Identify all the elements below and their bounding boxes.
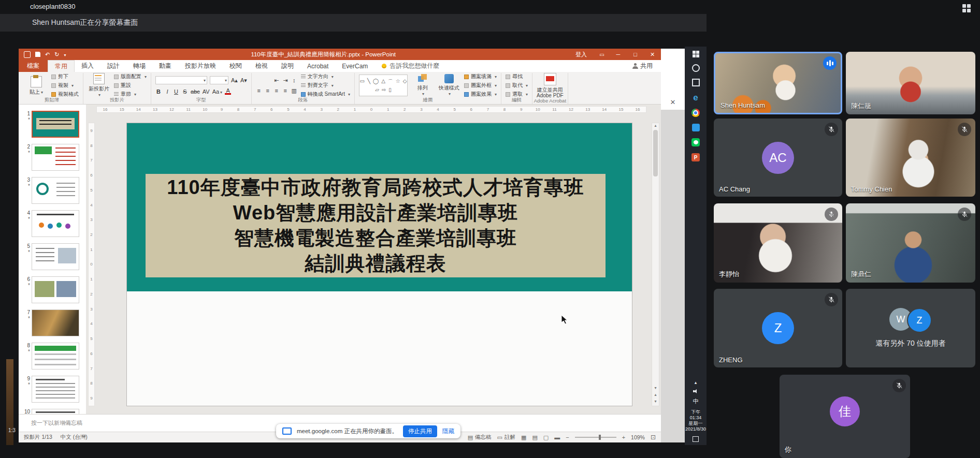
ribbon-tab[interactable]: 插入 xyxy=(75,60,100,72)
find-button[interactable]: 尋找 xyxy=(506,73,528,80)
shape-outline-button[interactable]: 圖案外框 xyxy=(464,82,497,89)
grow-font-button[interactable]: A▴ xyxy=(231,77,238,84)
slide-thumbnail[interactable]: 1 * xyxy=(21,111,86,138)
quick-styles-button[interactable]: 快速樣式 xyxy=(438,74,460,97)
scroll-up-icon[interactable] xyxy=(654,123,656,128)
participant-tile-chen-jenlung[interactable]: 陳仁籠 xyxy=(846,52,975,114)
zoom-slider[interactable] xyxy=(575,437,616,438)
self-tile[interactable]: 佳 你 xyxy=(780,375,910,458)
ribbon-tab[interactable]: 常用 xyxy=(48,60,75,72)
ribbon-tab[interactable]: 檔案 xyxy=(19,60,48,72)
undo-icon[interactable] xyxy=(45,52,50,57)
slide-thumbnail[interactable]: 10 * xyxy=(21,409,86,414)
shadow-button[interactable]: S xyxy=(182,88,188,95)
shapes-gallery[interactable]: ▭╲◯△⌒ ☆◇▱⇨▯ xyxy=(359,75,408,96)
create-pdf-button[interactable]: 建立並共用Adobe PDF xyxy=(537,73,564,98)
ribbon-tab[interactable]: 投影片放映 xyxy=(178,60,223,72)
signin-label[interactable]: 登入 xyxy=(575,51,587,58)
decrease-indent-button[interactable]: ⇤ xyxy=(273,77,280,84)
ribbon-tab[interactable]: 說明 xyxy=(275,60,300,72)
next-slide-icon[interactable] xyxy=(654,399,656,404)
layout-grid-icon[interactable] xyxy=(962,4,971,12)
comments-toggle[interactable]: 註解 xyxy=(497,434,515,441)
reading-view-icon[interactable] xyxy=(543,434,549,441)
align-text-button[interactable]: 對齊文字 xyxy=(301,82,350,89)
slide-thumbnail[interactable]: 3 * xyxy=(21,177,86,204)
align-center-button[interactable]: ≡ xyxy=(265,87,271,94)
powerpoint-taskbar-icon[interactable] xyxy=(691,153,700,161)
increase-indent-button[interactable]: ⇥ xyxy=(282,77,289,84)
slide-thumbnail[interactable]: 8 * xyxy=(21,343,86,370)
zoom-in-icon[interactable] xyxy=(622,434,625,440)
tell-me-box[interactable]: 告訴我您想做什麼 xyxy=(382,60,439,72)
ribbon-tab[interactable]: 轉場 xyxy=(126,60,152,72)
stop-sharing-button[interactable]: 停止共用 xyxy=(403,425,437,437)
hide-button[interactable]: 隱藏 xyxy=(442,427,454,435)
scrollbar-thumb[interactable] xyxy=(653,130,658,176)
layout-button[interactable]: 版面配置 xyxy=(114,73,147,80)
slide-thumbnail[interactable]: 6 * xyxy=(21,276,86,303)
line-spacing-button[interactable]: ↕ xyxy=(291,77,297,83)
slide-thumbnail[interactable]: 9 * xyxy=(21,376,86,403)
copy-button[interactable]: 複製 xyxy=(51,82,79,89)
shrink-font-button[interactable]: A▾ xyxy=(240,77,247,84)
app-icon-blue[interactable] xyxy=(692,124,700,131)
paste-button[interactable]: 貼上 xyxy=(25,76,48,95)
italic-button[interactable]: I xyxy=(164,88,170,95)
zoom-out-icon[interactable] xyxy=(566,434,569,440)
qat-customize-icon[interactable] xyxy=(64,52,66,57)
strikethrough-button[interactable]: abc xyxy=(191,88,200,95)
close-button[interactable] xyxy=(644,51,661,58)
columns-button[interactable]: ▥ xyxy=(291,87,297,94)
ribbon-tab[interactable]: Acrobat xyxy=(300,60,335,72)
participant-tile-chen-dingren[interactable]: 陳鼎仁 xyxy=(846,203,975,283)
arrange-button[interactable]: 排列 xyxy=(411,74,434,97)
chrome-icon[interactable] xyxy=(691,109,700,117)
previous-slide-icon[interactable] xyxy=(654,392,656,397)
ime-indicator[interactable]: 中 xyxy=(693,397,699,405)
align-right-button[interactable]: ≡ xyxy=(273,87,280,94)
slide-title-textbox[interactable]: 110年度臺中市政府教育局跨校式人才培育專班Web智慧應用設計產業培訓專班智慧機… xyxy=(146,174,606,277)
search-icon[interactable] xyxy=(692,64,700,72)
ribbon-display-options-icon[interactable] xyxy=(594,52,610,57)
slide-thumbnail[interactable]: 7 * xyxy=(21,309,86,336)
taskbar-clock[interactable]: 下午 01:34 星期一 2021/8/30 xyxy=(685,409,707,432)
underline-button[interactable]: U xyxy=(173,88,179,95)
align-left-button[interactable]: ≡ xyxy=(256,87,262,94)
participant-tile-tommy-chien[interactable]: Tommy Chien xyxy=(846,119,975,197)
font-size-select[interactable] xyxy=(210,76,228,84)
zoom-level[interactable]: 109% xyxy=(631,434,645,440)
ribbon-tab[interactable]: 設計 xyxy=(100,60,126,72)
slide-thumbnail[interactable]: 5 * xyxy=(21,243,86,270)
normal-view-icon[interactable] xyxy=(521,434,526,441)
ribbon-tab[interactable]: 校閱 xyxy=(223,60,249,72)
new-slide-button[interactable]: 新投影片 xyxy=(88,73,110,98)
close-icon[interactable] xyxy=(661,98,685,106)
redo-icon[interactable] xyxy=(54,52,59,57)
change-case-button[interactable]: Aa xyxy=(212,88,222,95)
replace-button[interactable]: 取代 xyxy=(506,82,528,89)
cut-button[interactable]: 剪下 xyxy=(51,73,79,80)
scroll-down-icon[interactable] xyxy=(654,386,656,390)
vertical-scrollbar[interactable] xyxy=(652,123,659,406)
slideshow-view-icon[interactable] xyxy=(554,434,560,440)
slide-thumbnail[interactable]: 2 * xyxy=(21,144,86,171)
save-icon[interactable] xyxy=(35,52,40,57)
ribbon-tab[interactable]: EverCam xyxy=(335,60,374,72)
taskbar-overflow-icon[interactable] xyxy=(695,380,697,385)
reset-button[interactable]: 重設 xyxy=(114,82,147,89)
line-app-icon[interactable] xyxy=(691,138,700,146)
slide-thumbnail[interactable]: 4 * xyxy=(21,210,86,237)
minimize-button[interactable] xyxy=(610,51,627,57)
fit-to-window-icon[interactable] xyxy=(651,434,656,441)
participant-tile-li-jingyi[interactable]: 李靜怡 xyxy=(714,203,842,283)
participant-tile-zheng[interactable]: Z ZHENG xyxy=(714,289,842,367)
edge-icon[interactable] xyxy=(693,93,698,102)
participant-tile-shen-huntsam[interactable]: Shen Huntsam xyxy=(714,52,842,114)
task-view-icon[interactable] xyxy=(692,79,700,86)
slide-canvas[interactable]: 110年度臺中市政府教育局跨校式人才培育專班Web智慧應用設計產業培訓專班智慧機… xyxy=(126,123,632,406)
font-name-select[interactable] xyxy=(155,76,207,84)
maximize-button[interactable] xyxy=(627,51,644,57)
more-participants-tile[interactable]: W Z 還有另外 70 位使用者 xyxy=(846,289,975,367)
shape-fill-button[interactable]: 圖案填滿 xyxy=(464,73,497,80)
